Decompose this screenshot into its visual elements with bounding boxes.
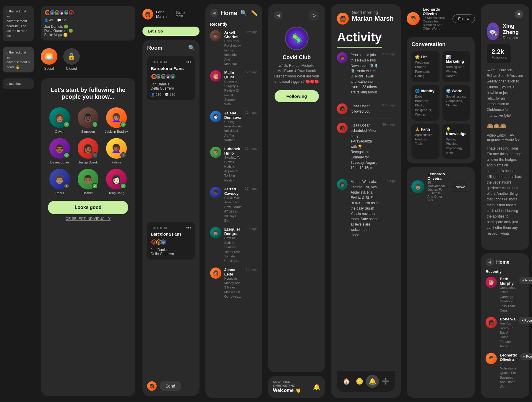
closed-icon-item[interactable]: 🔒 Closed: [63, 48, 80, 71]
conv-item-life[interactable]: 🌟 Life Weddings, Support, Parenting, Dat…: [411, 51, 439, 82]
list-item[interactable]: 👨🏽 Leonardo Oliveira 28 Motivational Quo…: [411, 172, 470, 202]
follow-name: Rahul: [55, 191, 64, 195]
follow-person[interactable]: 👩🏽 ✓ Quỳnh: [48, 107, 72, 133]
list-item[interactable]: 👨🏽 Ezequiel Dengra How To Satisfy Summer…: [210, 227, 258, 263]
profile-roles: Video Editor + AV Engineer + Audio Op: [487, 133, 523, 142]
nav-coin-icon[interactable]: 🪙: [353, 375, 366, 388]
room-list-item[interactable]: EXOTICAL ••• Barcelona Fans 👨🏿 👩🏽 👨🏾 👩🏻 …: [147, 56, 195, 100]
follow-name: Quỳnh: [55, 130, 64, 133]
list-item[interactable]: 👨🏽 Lubosek Hnilo Swallow To Glow A Holis…: [210, 147, 258, 183]
room-list-item-2[interactable]: EXOTICAL ••• Barcelona Fans 👩🏿 👩🏾 👨🏽 Jon…: [147, 222, 195, 260]
looks-good-button[interactable]: Looks good: [48, 201, 128, 214]
follow-person[interactable]: 👨🏾 ✓ Hashim: [76, 169, 100, 195]
follow-button[interactable]: Follow: [452, 14, 475, 23]
follow-card: Let's start by following the people you …: [41, 78, 135, 396]
follow-button[interactable]: Follow: [448, 183, 470, 191]
social-icon: 🌅: [41, 48, 57, 65]
conv-item-world[interactable]: 🌍 World Social Issues, Geopolitics, Clim…: [442, 85, 470, 121]
recent-sub: Unmatched Toner Cartridge Quality 20 Les…: [500, 286, 516, 313]
covid-avatar: 🦠: [285, 27, 309, 50]
back-button[interactable]: ◀: [210, 9, 218, 17]
conv-item-marketing[interactable]: 📊 Marketing Burning Man, Writing, Dance: [442, 51, 470, 82]
profile-avatar-wrap: 🧙🏻 Xing Zheng Designer: [487, 22, 523, 40]
home-card: ◀ Home 🔍 ✏️ Recently 👨🏾 Arkell Charles C…: [205, 4, 262, 398]
profile-avatar: 🧙🏻: [487, 22, 499, 40]
activity-title: Activity: [337, 30, 395, 52]
welcome-title: Welcome 👋: [273, 388, 313, 393]
recent-name: Bonelwa: [500, 317, 515, 321]
refresh-icon[interactable]: ↻: [309, 10, 319, 21]
recent-time: 25m ago: [245, 147, 258, 150]
closed-icon: 🔒: [63, 48, 80, 65]
recent-name: Ezequiel Dengra: [224, 227, 243, 236]
back-button[interactable]: ◀: [274, 11, 282, 20]
list-item[interactable]: 👩🏻 Jelena Denisova Curling Irons Are As …: [210, 111, 258, 142]
follow-person[interactable]: 👩🏻 ✓ Teng Jiang: [105, 169, 128, 195]
nav-bell-icon[interactable]: 🔔: [366, 375, 379, 388]
join-room-button[interactable]: + Room: [518, 317, 532, 324]
list-item[interactable]: 👩🏿 Bonelwa Are You Ready To Buy A Home T…: [486, 317, 524, 348]
covid-desc: w/ Dr. Renee, Michelle MacEwan & Rowshan…: [274, 63, 319, 84]
activity-text: Fizaa Dosani followed you: [351, 103, 379, 114]
activity-text: "You should join this News News News roo…: [351, 52, 379, 95]
covid-card: ◀ ↻ 🦠 Covid Club w/ Dr. Renee, Michelle …: [268, 4, 325, 372]
back-button[interactable]: ◀: [486, 258, 494, 266]
list-item[interactable]: 👨🏿 Jarrett Cawsey Direct Mail Advertisin…: [210, 187, 258, 223]
recent-time: 17m ago: [245, 111, 258, 114]
conv-item-faith[interactable]: 🙏 Faith Agnosticism, Hinduism, Taoism: [411, 124, 439, 159]
recent-name: Leonardo Oliveira: [500, 353, 517, 362]
follow-name: Jaclynn Bradley: [105, 130, 128, 133]
list-item[interactable]: 👩🏽 Joana Leite Hypnosis Money And 3 Majo…: [210, 268, 258, 299]
follow-person[interactable]: 👨🏽 + Rahul: [48, 169, 72, 195]
following-button[interactable]: Following: [275, 90, 319, 102]
more-icon[interactable]: •••: [186, 59, 191, 65]
list-item[interactable]: 👨🏾 Arkell Charles Consumer Psychology In…: [210, 30, 258, 66]
list-item[interactable]: 👨🏽 Leonardo Oliveira 29 Motivational Quo…: [486, 353, 524, 389]
list-item[interactable]: 👩🏼 Malin Quist Cosmetic Surgery A Review…: [210, 70, 258, 106]
follow-person[interactable]: 👨🏾 ✓ Davea Butler: [48, 138, 72, 164]
activity-item[interactable]: 👩🏾 "You should join this News News News …: [337, 52, 395, 99]
greeting-avatar: 👩🏾: [337, 13, 349, 25]
recent-sub: Consumer Psychology In The Industrial An…: [224, 39, 242, 66]
follow-person[interactable]: 👩🏾‍🦱 + Fátima: [105, 138, 128, 164]
chat-snippet-1: g the fact that an advertisement headlin…: [3, 6, 34, 41]
social-icon-item[interactable]: 🌅 Social: [41, 48, 57, 71]
follow-person[interactable]: 👩🏾 + Uesugi Suzuki: [76, 138, 100, 164]
profile-card: ✕ 🧙🏻 Xing Zheng Designer 2.2k Followers …: [481, 4, 529, 250]
recent-time: 11m ago: [245, 30, 258, 34]
activity-avatar: 👩🏿: [337, 103, 348, 114]
recent-name: Arkell Charles: [224, 30, 242, 39]
join-room-button[interactable]: + Room: [519, 277, 532, 284]
activity-item[interactable]: 👩🏿 Fizaa Dosani scheduled "After party e…: [337, 123, 395, 175]
select-individually-link[interactable]: OR SELECT INDIVIDUALLY: [48, 217, 128, 221]
join-room-button[interactable]: + Room: [520, 353, 532, 360]
activity-avatar: 👩🏿: [337, 123, 348, 133]
search-icon[interactable]: 🔍: [240, 10, 247, 16]
search-icon[interactable]: 🔍: [188, 45, 195, 51]
follow-person[interactable]: 👨🏿 ✓ Sampson: [76, 107, 100, 133]
close-button[interactable]: ✕: [515, 10, 523, 18]
home-title: Home: [221, 10, 237, 17]
bell-icon[interactable]: 🔔: [313, 383, 320, 390]
recent-list: 👨🏾 Arkell Charles Consumer Psychology In…: [210, 30, 258, 299]
open-to-everyone-btn[interactable]: Let's Go: [142, 27, 200, 36]
activity-item[interactable]: 👩🏿 Fizaa Dosani followed you 37m ago: [337, 103, 395, 119]
room-title: Room: [147, 45, 162, 51]
more-icon-2[interactable]: •••: [186, 225, 191, 231]
send-button[interactable]: Send: [160, 381, 181, 391]
list-item[interactable]: 👩🏼 Beth Murphy Unmatched Toner Cartridge…: [486, 277, 524, 313]
conv-item-identity[interactable]: 🌐 Identity Baby Boomers, Black, Indigeno…: [411, 85, 439, 121]
nav-plus-icon[interactable]: ➕: [379, 375, 392, 388]
conv-item-knowledge[interactable]: 💡 Knowledge Space, Physics, Psychology, …: [442, 124, 470, 159]
home-column: ◀ Home 🔍 ✏️ Recently 👨🏾 Arkell Charles C…: [202, 0, 265, 402]
follow-name: Davea Butler: [50, 161, 69, 164]
profile-name: Xing Zheng: [503, 23, 523, 35]
room-name: Barcelona Fans: [151, 66, 191, 71]
start-room-label[interactable]: Start a room: [176, 11, 190, 18]
follow-person[interactable]: 👩🏽‍🦱 ✓ Jaclynn Bradley: [105, 107, 128, 133]
home-title-bottom: Home: [496, 260, 509, 265]
activity-item[interactable]: 👩🏾 Manna Wassalwa, Fatuma Jali, Aya Abde…: [337, 179, 395, 242]
nav-home-icon[interactable]: 🏠: [340, 375, 353, 388]
edit-icon[interactable]: ✏️: [251, 10, 257, 16]
bottom-avatar: 👨🏽: [486, 353, 497, 364]
